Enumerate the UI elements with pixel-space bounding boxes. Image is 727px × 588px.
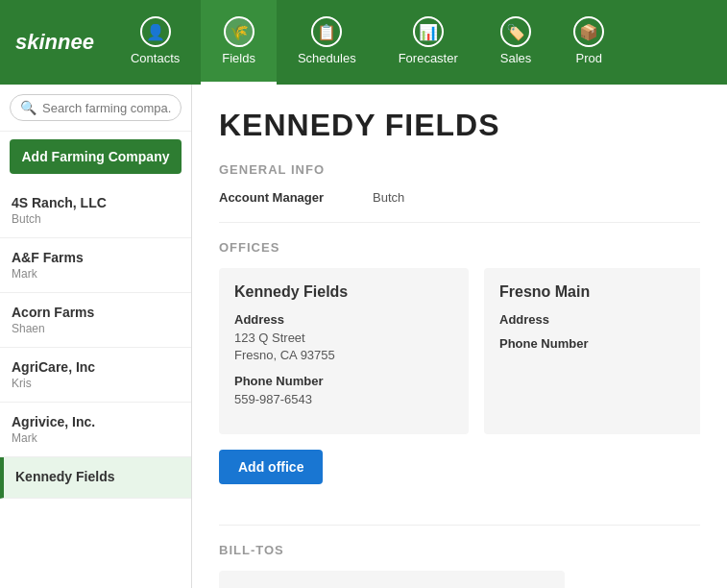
nav-item-schedules[interactable]: 📋 Schedules (277, 0, 377, 85)
company-manager: Shaen (12, 322, 180, 335)
brand-logo: skinnee (0, 30, 109, 55)
nav-item-sales[interactable]: 🏷️ Sales (479, 0, 553, 85)
search-input-wrap[interactable]: 🔍 (10, 94, 182, 121)
address-value: 123 Q Street Fresno, CA 93755 (234, 330, 453, 364)
nav-item-prod[interactable]: 📦 Prod (552, 0, 625, 85)
add-office-button[interactable]: Add office (219, 450, 323, 484)
office-card: Fresno Main Address Phone Number (484, 268, 700, 434)
main-layout: 🔍 Add Farming Company 4S Ranch, LLC Butc… (0, 85, 727, 588)
list-item[interactable]: A&F Farms Mark (0, 238, 191, 293)
prod-icon: 📦 (573, 16, 604, 47)
company-manager: Mark (12, 431, 180, 445)
list-item[interactable]: AgriCare, Inc Kris (0, 348, 191, 403)
account-manager-row: Account Manager Butch (219, 190, 700, 205)
bill-card: Kennedy Fields Address 123 Q Street (219, 571, 565, 588)
company-manager: Butch (12, 212, 180, 226)
nav-label-sales: Sales (500, 51, 532, 65)
nav-item-contacts[interactable]: 👤 Contacts (109, 0, 201, 85)
nav-item-forecaster[interactable]: 📊 Forecaster (377, 0, 479, 85)
address-label: Address (234, 312, 453, 327)
office-card: Kennedy Fields Address 123 Q Street Fres… (219, 268, 469, 434)
schedules-icon: 📋 (311, 16, 342, 47)
search-icon: 🔍 (20, 100, 36, 115)
contacts-icon: 👤 (140, 16, 171, 47)
divider (219, 222, 700, 223)
page-title: Kennedy Fields (219, 108, 700, 143)
general-info-label: General Info (219, 162, 700, 177)
sales-icon: 🏷️ (500, 16, 531, 47)
phone-label: Phone Number (234, 374, 453, 388)
nav-label-forecaster: Forecaster (399, 51, 458, 65)
phone-value: 559-987-6543 (234, 391, 453, 408)
list-item[interactable]: 4S Ranch, LLC Butch (0, 184, 191, 238)
top-nav: skinnee 👤 Contacts 🌾 Fields 📋 Schedules … (0, 0, 727, 85)
account-manager-key: Account Manager (219, 190, 373, 205)
list-item-active[interactable]: Kennedy Fields (0, 457, 191, 499)
account-manager-value: Butch (373, 190, 404, 205)
add-farming-company-button[interactable]: Add Farming Company (10, 139, 182, 174)
address-label: Address (499, 312, 700, 327)
fields-icon: 🌾 (224, 16, 254, 47)
nav-label-prod: Prod (576, 51, 602, 65)
search-bar: 🔍 (0, 85, 191, 132)
company-manager: Mark (12, 267, 180, 281)
nav-label-contacts: Contacts (131, 51, 180, 65)
company-name: AgriCare, Inc (12, 359, 180, 375)
main-content: Kennedy Fields General Info Account Mana… (192, 85, 727, 588)
office-name: Kennedy Fields (234, 283, 453, 301)
offices-label: Offices (219, 240, 700, 255)
nav-item-fields[interactable]: 🌾 Fields (201, 0, 277, 85)
company-name: 4S Ranch, LLC (12, 195, 180, 210)
nav-label-schedules: Schedules (298, 51, 356, 65)
nav-label-fields: Fields (222, 51, 255, 65)
company-name: Kennedy Fields (15, 469, 180, 484)
company-name: Acorn Farms (12, 305, 180, 320)
company-name: Agrivice, Inc. (12, 414, 180, 429)
list-item[interactable]: Acorn Farms Shaen (0, 293, 191, 348)
bill-tos-label: Bill-Tos (219, 543, 700, 557)
search-input[interactable] (42, 101, 171, 115)
company-name: A&F Farms (12, 250, 180, 265)
company-list: 4S Ranch, LLC Butch A&F Farms Mark Acorn… (0, 184, 191, 588)
list-item[interactable]: Agrivice, Inc. Mark (0, 403, 191, 457)
phone-label: Phone Number (499, 336, 700, 351)
office-name: Fresno Main (499, 283, 700, 301)
offices-row: Kennedy Fields Address 123 Q Street Fres… (219, 268, 700, 434)
divider-bill (219, 525, 700, 526)
nav-items: 👤 Contacts 🌾 Fields 📋 Schedules 📊 Foreca… (109, 0, 625, 85)
sidebar: 🔍 Add Farming Company 4S Ranch, LLC Butc… (0, 85, 192, 588)
forecaster-icon: 📊 (413, 16, 444, 47)
company-manager: Kris (12, 377, 180, 390)
